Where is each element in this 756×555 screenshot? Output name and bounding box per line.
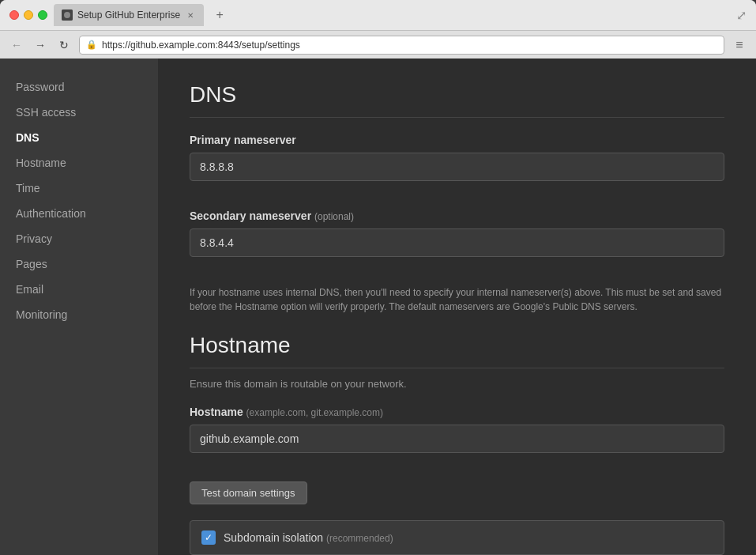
subdomain-isolation-row[interactable]: Subdomain isolation (recommended) (190, 520, 724, 555)
maximize-button[interactable] (38, 10, 47, 20)
test-domain-button[interactable]: Test domain settings (190, 481, 307, 504)
primary-nameserver-group: Primary nameserver (190, 134, 724, 194)
secondary-optional-text: (optional) (314, 211, 354, 222)
sidebar-item-monitoring[interactable]: Monitoring (0, 302, 158, 327)
url-text: https://github.example.com:8443/setup/se… (102, 40, 300, 51)
hostname-label: Hostname (example.com, git.example.com) (190, 406, 724, 418)
forward-button[interactable]: → (32, 36, 49, 54)
close-button[interactable] (9, 10, 19, 20)
dns-info-text: If your hostname uses internal DNS, then… (190, 285, 724, 314)
resize-icon: ⤢ (736, 8, 747, 23)
browser-tab[interactable]: Setup GitHub Enterprise ✕ (54, 4, 204, 26)
primary-nameserver-label: Primary nameserver (190, 134, 724, 146)
minimize-button[interactable] (24, 10, 33, 20)
svg-point-1 (64, 12, 70, 18)
secondary-nameserver-input[interactable] (190, 228, 724, 257)
main-content: DNS Primary nameserver Secondary nameser… (158, 59, 756, 555)
hostname-subtitle: Ensure this domain is routable on your n… (190, 378, 724, 390)
sidebar-item-authentication[interactable]: Authentication (0, 201, 158, 226)
hostname-input[interactable] (190, 425, 724, 453)
sidebar-item-privacy[interactable]: Privacy (0, 226, 158, 251)
address-bar[interactable]: 🔒 https://github.example.com:8443/setup/… (79, 36, 724, 55)
secondary-nameserver-label: Secondary nameserver (optional) (190, 210, 724, 222)
browser-navbar: ← → ↻ 🔒 https://github.example.com:8443/… (0, 30, 756, 59)
tab-title: Setup GitHub Enterprise (77, 9, 180, 21)
sidebar-item-dns[interactable]: DNS (0, 125, 158, 150)
sidebar-item-pages[interactable]: Pages (0, 251, 158, 277)
page-wrapper: Password SSH access DNS Hostname Time Au… (0, 59, 756, 555)
menu-icon[interactable]: ≡ (731, 36, 748, 54)
primary-nameserver-input[interactable] (190, 153, 724, 181)
window-controls (9, 10, 47, 20)
sidebar-item-ssh-access[interactable]: SSH access (0, 100, 158, 125)
subdomain-checkbox[interactable] (201, 530, 216, 545)
hostname-hint: (example.com, git.example.com) (246, 407, 383, 418)
sidebar-item-email[interactable]: Email (0, 277, 158, 302)
tab-favicon-icon (62, 9, 73, 21)
new-tab-button[interactable]: + (210, 6, 229, 25)
lock-icon: 🔒 (86, 40, 97, 50)
sidebar-item-time[interactable]: Time (0, 176, 158, 201)
hostname-section-title: Hostname (190, 333, 724, 368)
dns-section-title: DNS (190, 82, 724, 118)
secondary-nameserver-group: Secondary nameserver (optional) (190, 210, 724, 270)
sidebar: Password SSH access DNS Hostname Time Au… (0, 59, 158, 555)
sidebar-item-password[interactable]: Password (0, 74, 158, 100)
tab-close-icon[interactable]: ✕ (185, 9, 196, 21)
reload-button[interactable]: ↻ (55, 36, 73, 54)
sidebar-item-hostname[interactable]: Hostname (0, 150, 158, 176)
subdomain-label: Subdomain isolation (recommended) (224, 531, 393, 544)
hostname-field-group: Hostname (example.com, git.example.com) (190, 406, 724, 466)
back-button[interactable]: ← (8, 36, 25, 54)
subdomain-recommended: (recommended) (326, 533, 393, 544)
